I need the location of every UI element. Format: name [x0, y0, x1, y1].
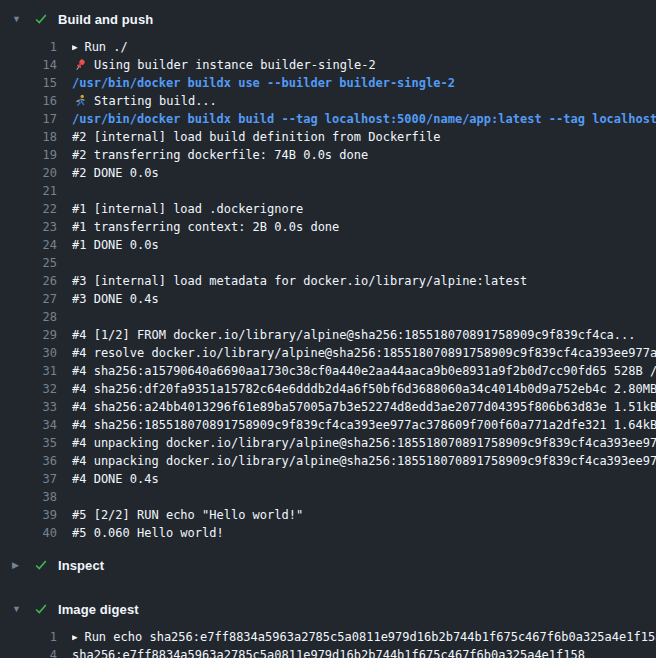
log-line: 23#1 transferring context: 2B 0.0s done [0, 218, 656, 236]
log-line-text: #1 transferring context: 2B 0.0s done [72, 220, 339, 234]
log-text: sha256:e7ff8834a5963a2785c5a0811e979d16b… [72, 648, 656, 658]
log-line: 37#4 DONE 0.4s [0, 470, 656, 488]
log-line-text: #4 [1/2] FROM docker.io/library/alpine@s… [72, 328, 636, 342]
log-line: 17/usr/bin/docker buildx build --tag loc… [0, 110, 656, 128]
line-number[interactable]: 1 [0, 40, 57, 54]
section-title: Build and push [58, 12, 153, 27]
log-line: 14Using builder instance builder-single-… [0, 56, 656, 74]
log-line: 28 [0, 308, 656, 326]
log-line: 24#1 DONE 0.0s [0, 236, 656, 254]
line-number[interactable]: 24 [0, 238, 57, 252]
log-command-text: /usr/bin/docker buildx build --tag local… [72, 112, 656, 126]
section-header-inspect[interactable]: ▶Inspect [0, 551, 656, 579]
log-text: #5 [2/2] RUN echo "Hello world!" [72, 508, 656, 522]
log-line: 18#2 [internal] load build definition fr… [0, 128, 656, 146]
log-line: 25 [0, 254, 656, 272]
log-line: 38 [0, 488, 656, 506]
log-line: 22#1 [internal] load .dockerignore [0, 200, 656, 218]
actions-log-viewer: ▼Build and push1▶Run ./14Using builder i… [0, 0, 656, 658]
log-line-text: #5 [2/2] RUN echo "Hello world!" [72, 508, 303, 522]
log-text: #1 transferring context: 2B 0.0s done [72, 220, 656, 234]
line-number[interactable]: 40 [0, 526, 57, 540]
log-line-text: #3 [internal] load metadata for docker.i… [72, 274, 527, 288]
log-command-text: /usr/bin/docker buildx use --builder bui… [72, 76, 656, 90]
log-text: #1 DONE 0.0s [72, 238, 656, 252]
log-line-text: Starting build... [94, 94, 217, 108]
log-line: 32#4 sha256:df20fa9351a15782c64e6dddb2d4… [0, 380, 656, 398]
log-line-text: #4 unpacking docker.io/library/alpine@sh… [72, 454, 656, 468]
log-line-text: Run echo sha256:e7ff8834a5963a2785c5a081… [84, 630, 656, 644]
line-number[interactable]: 30 [0, 346, 57, 360]
line-number[interactable]: 31 [0, 364, 57, 378]
log-text: #2 DONE 0.0s [72, 166, 656, 180]
log-line: 1▶Run ./ [0, 38, 656, 56]
line-number[interactable]: 23 [0, 220, 57, 234]
line-number[interactable]: 16 [0, 94, 57, 108]
line-number[interactable]: 15 [0, 76, 57, 90]
line-number[interactable]: 34 [0, 418, 57, 432]
log-line-text: #1 DONE 0.0s [72, 238, 159, 252]
line-number[interactable]: 29 [0, 328, 57, 342]
expand-run-icon[interactable]: ▶ [72, 42, 77, 52]
log-text: Using builder instance builder-single-2 [72, 58, 656, 73]
pushpin-icon [72, 58, 87, 73]
line-number[interactable]: 35 [0, 436, 57, 450]
log-line: 26#3 [internal] load metadata for docker… [0, 272, 656, 290]
section-title: Image digest [58, 602, 139, 617]
log-line: 34#4 sha256:185518070891758909c9f839cf4c… [0, 416, 656, 434]
log-line-text: #5 0.060 Hello world! [72, 526, 224, 540]
log-line: 27#3 DONE 0.4s [0, 290, 656, 308]
log-text: #4 sha256:a24bb4013296f61e89ba57005a7b3e… [72, 400, 656, 414]
line-number[interactable]: 18 [0, 130, 57, 144]
log-line: 29#4 [1/2] FROM docker.io/library/alpine… [0, 326, 656, 344]
log-line-text: #2 transferring dockerfile: 74B 0.0s don… [72, 148, 368, 162]
runner-icon [72, 94, 87, 109]
log-line-text: sha256:e7ff8834a5963a2785c5a0811e979d16b… [72, 648, 585, 658]
log-line-text: #1 [internal] load .dockerignore [72, 202, 303, 216]
log-line-text: /usr/bin/docker buildx use --builder bui… [72, 76, 455, 90]
log-text: #4 unpacking docker.io/library/alpine@sh… [72, 454, 656, 468]
chevron-right-icon[interactable]: ▶ [12, 560, 34, 570]
line-number[interactable]: 17 [0, 112, 57, 126]
line-number[interactable]: 26 [0, 274, 57, 288]
log-section: ▶Inspect [0, 551, 656, 579]
line-number[interactable]: 21 [0, 184, 57, 198]
expand-run-icon[interactable]: ▶ [72, 632, 77, 642]
line-number[interactable]: 28 [0, 310, 57, 324]
log-text: #3 DONE 0.4s [72, 292, 656, 306]
line-number[interactable]: 19 [0, 148, 57, 162]
log-line: 19#2 transferring dockerfile: 74B 0.0s d… [0, 146, 656, 164]
line-number[interactable]: 27 [0, 292, 57, 306]
line-number[interactable]: 33 [0, 400, 57, 414]
line-number[interactable]: 38 [0, 490, 57, 504]
log-section: ▼Build and push1▶Run ./14Using builder i… [0, 5, 656, 551]
section-header-image-digest[interactable]: ▼Image digest [0, 595, 656, 623]
log-line: 15/usr/bin/docker buildx use --builder b… [0, 74, 656, 92]
log-text: #3 [internal] load metadata for docker.i… [72, 274, 656, 288]
line-number[interactable]: 20 [0, 166, 57, 180]
line-number[interactable]: 1 [0, 630, 57, 644]
line-number[interactable]: 39 [0, 508, 57, 522]
log-line-text: #4 sha256:a24bb4013296f61e89ba57005a7b3e… [72, 400, 656, 414]
line-number[interactable]: 36 [0, 454, 57, 468]
log-line: 31#4 sha256:a15790640a6690aa1730c38cf0a4… [0, 362, 656, 380]
log-text: #4 sha256:185518070891758909c9f839cf4ca3… [72, 418, 656, 432]
log-line-text: Run ./ [84, 40, 127, 54]
section-header-build-and-push[interactable]: ▼Build and push [0, 5, 656, 33]
log-line: 39#5 [2/2] RUN echo "Hello world!" [0, 506, 656, 524]
line-number[interactable]: 37 [0, 472, 57, 486]
line-number[interactable]: 22 [0, 202, 57, 216]
line-number[interactable]: 25 [0, 256, 57, 270]
line-number[interactable]: 32 [0, 382, 57, 396]
log-text: ▶Run echo sha256:e7ff8834a5963a2785c5a08… [72, 630, 656, 644]
chevron-down-icon[interactable]: ▼ [12, 604, 34, 614]
log-text: #1 [internal] load .dockerignore [72, 202, 656, 216]
log-line-text: #4 sha256:df20fa9351a15782c64e6dddb2d4a6… [72, 382, 656, 396]
log-line-text: /usr/bin/docker buildx build --tag local… [72, 112, 656, 126]
log-line: 35#4 unpacking docker.io/library/alpine@… [0, 434, 656, 452]
chevron-down-icon[interactable]: ▼ [12, 14, 34, 24]
line-number[interactable]: 14 [0, 58, 57, 72]
log-text: Starting build... [72, 94, 656, 109]
line-number[interactable]: 4 [0, 648, 57, 658]
log-text: #4 resolve docker.io/library/alpine@sha2… [72, 346, 656, 360]
